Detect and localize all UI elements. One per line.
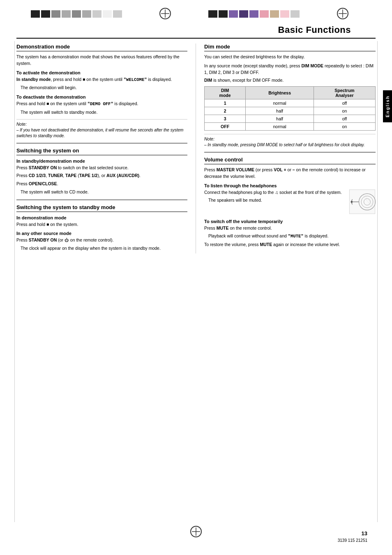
bar-segment	[260, 10, 269, 18]
bar-segment	[51, 10, 60, 18]
bar-segment	[229, 10, 238, 18]
bar-segment	[291, 10, 300, 18]
dim-table-row-3: 3 half off	[205, 115, 376, 123]
switching-standby-title: Switching the system to standby mode	[16, 204, 187, 212]
demo-mode-text: Press and hold ■ on the system.	[16, 221, 187, 228]
deactivate-text2: The system will switch to standby mode.	[21, 109, 187, 116]
dim-intro1: You can select the desired brightness fo…	[204, 54, 376, 60]
top-decorative-bars	[0, 0, 392, 25]
headphones-sub: To listen through the headphones	[204, 183, 376, 188]
activate-text2: The demonstration will begin.	[21, 85, 187, 91]
compass-icon-bottom	[190, 525, 202, 538]
left-column: Demonstration mode The system has a demo…	[16, 44, 196, 253]
mute-text1: Press MUTE on the remote control.	[204, 225, 376, 232]
bar-segment	[270, 10, 279, 18]
dim-table-header-mode: DIMmode	[205, 87, 246, 99]
dim-mode-2: 2	[205, 107, 246, 115]
english-tab: English	[383, 90, 392, 122]
dim-mode-3: 3	[205, 115, 246, 123]
dim-table-row-2: 2 half on	[205, 107, 376, 115]
deactivate-title: To deactivate the demonstration	[16, 94, 187, 99]
volume-intro: Press MASTER VOLUME (or press VOL + or –…	[204, 167, 376, 180]
standby-demo-sub: In standby/demonstration mode	[16, 159, 187, 164]
dim-table-header-brightness: Brightness	[246, 87, 314, 99]
standby-text4: The system will switch to CD mode.	[21, 189, 187, 196]
bottom-compass-area	[190, 525, 202, 539]
standby-text1: Press STANDBY ON to switch on the last s…	[16, 165, 187, 171]
main-content: Demonstration mode The system has a demo…	[0, 39, 392, 253]
demonstration-note: Note: – If you have not deactivated the …	[16, 119, 187, 139]
bar-segment	[41, 10, 50, 18]
bar-segment	[62, 10, 71, 18]
right-column: Dim mode You can select the desired brig…	[196, 44, 376, 253]
page-title: Basic Functions	[278, 25, 351, 35]
standby-text3: Press OPEN/CLOSE.	[16, 181, 187, 187]
left-bar-group	[31, 10, 122, 18]
demonstration-note-label: Note:	[16, 122, 187, 127]
dim-table-row-off: OFF normal on	[205, 123, 376, 131]
dim-mode-off: OFF	[205, 123, 246, 131]
dim-note: Note: – In standby mode, pressing DIM MO…	[204, 134, 376, 148]
section-divider-2	[16, 200, 187, 200]
switching-on-section: Switching the system on In standby/demon…	[16, 147, 187, 196]
dim-intro3: DIM is shown, except for DIM OFF mode.	[204, 77, 376, 84]
dim-mode-title: Dim mode	[204, 44, 376, 51]
bar-segment	[31, 10, 40, 18]
bar-segment	[239, 10, 248, 18]
dim-table: DIMmode Brightness SpectrumAnalyser 1 no…	[204, 86, 376, 131]
right-margin-line	[377, 41, 378, 522]
spectrum-2: on	[314, 107, 375, 115]
activate-title: To activate the demonstration	[16, 70, 187, 75]
bar-segment	[103, 10, 112, 18]
compass-icon-left	[159, 7, 171, 20]
brightness-off: normal	[246, 123, 314, 131]
spectrum-off: on	[314, 123, 375, 131]
bar-segment	[92, 10, 101, 18]
mute-sub: To switch off the volume temporarily	[204, 219, 376, 224]
other-source-sub: In any other source mode	[16, 231, 187, 236]
demonstration-mode-title: Demonstration mode	[16, 44, 187, 51]
page-title-area: Basic Functions	[16, 25, 376, 39]
demonstration-mode-section: Demonstration mode The system has a demo…	[16, 44, 187, 139]
doc-number: 3139 115 21251	[338, 538, 367, 543]
dim-note-label: Note:	[204, 136, 376, 141]
dim-intro2: In any source mode (except standby mode)…	[204, 63, 376, 76]
volume-control-title: Volume control	[204, 157, 376, 164]
left-margin-line	[14, 41, 15, 522]
bottom-info: 13 3139 115 21251	[338, 530, 367, 543]
dim-table-header-spectrum: SpectrumAnalyser	[314, 87, 375, 99]
bar-segment	[219, 10, 228, 18]
switching-on-title: Switching the system on	[16, 147, 187, 155]
compass-icon-right	[337, 7, 349, 20]
dim-mode-section: Dim mode You can select the desired brig…	[204, 44, 376, 148]
deactivate-text1: Press and hold ■ on the system until "DE…	[16, 101, 187, 108]
bar-segment	[280, 10, 289, 18]
activate-text1: In standby mode, press and hold ■ on the…	[16, 76, 187, 83]
bar-segment	[72, 10, 81, 18]
mute-text2: Playback will continue without sound and…	[208, 233, 376, 240]
spectrum-1: off	[314, 99, 375, 107]
spectrum-3: off	[314, 115, 375, 123]
other-source-text1: Press STANDBY ON (or ⏻ on the remote con…	[16, 237, 187, 244]
brightness-2: half	[246, 107, 314, 115]
page-number: 13	[338, 530, 367, 537]
dim-mode-1: 1	[205, 99, 246, 107]
svg-point-11	[351, 201, 353, 203]
brightness-1: normal	[246, 99, 314, 107]
bar-segment	[113, 10, 122, 18]
bar-segment	[249, 10, 258, 18]
section-divider-1	[16, 143, 187, 143]
bar-segment	[82, 10, 91, 18]
demonstration-intro: The system has a demonstration mode that…	[16, 54, 187, 67]
headphones-content: Connect the headphones plug to the ♫ soc…	[204, 189, 376, 216]
volume-control-section: Volume control Press MASTER VOLUME (or p…	[204, 157, 376, 248]
mute-text3: To restore the volume, press MUTE again …	[204, 242, 376, 248]
section-divider-3	[204, 152, 376, 152]
headphone-image	[349, 189, 376, 214]
demo-mode-sub: In demonstration mode	[16, 215, 187, 220]
other-source-text2: The clock will appear on the display whe…	[21, 245, 187, 252]
brightness-3: half	[246, 115, 314, 123]
bar-segment	[208, 10, 217, 18]
dim-table-row-1: 1 normal off	[205, 99, 376, 107]
demonstration-note-text: – If you have not deactivated the demons…	[16, 127, 187, 139]
